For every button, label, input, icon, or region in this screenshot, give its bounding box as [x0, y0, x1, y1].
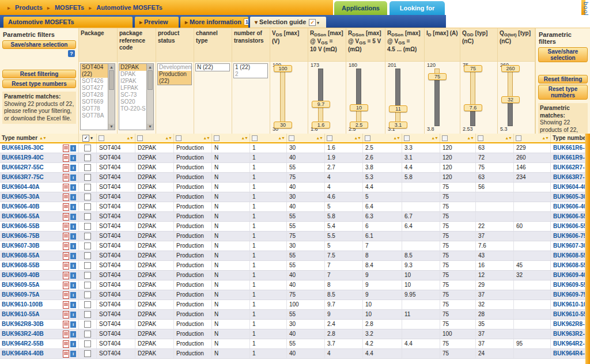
info-icon[interactable]: i — [70, 331, 76, 338]
scroll-up-icon[interactable]: ▲ — [108, 65, 115, 70]
row-checkbox[interactable] — [84, 311, 91, 318]
select-all-dropdown-icon[interactable]: ▾ — [90, 136, 93, 141]
row-checkbox[interactable] — [84, 213, 91, 220]
row-checkbox[interactable] — [84, 321, 91, 328]
pdf-icon[interactable] — [63, 164, 69, 172]
vertical-scrollbar[interactable] — [585, 134, 590, 364]
tab-automotive-mosfets[interactable]: Automotive MOSFETs — [3, 17, 133, 28]
column-filter-icon[interactable] — [252, 135, 258, 141]
type-number-link[interactable]: BUK661R6-30C — [553, 145, 585, 151]
filter-option[interactable]: LFPAK — [119, 85, 147, 92]
row-checkbox[interactable] — [84, 184, 91, 191]
info-icon[interactable]: i — [70, 155, 76, 161]
pdf-icon[interactable] — [63, 194, 69, 201]
filter-option[interactable]: SOT404 (22) — [81, 64, 108, 78]
slider-handle[interactable]: 2.5 — [350, 122, 368, 128]
filter-option[interactable]: D2PAK — [119, 64, 147, 71]
info-icon[interactable]: i — [70, 302, 76, 308]
type-number-link[interactable]: BUK662R7-55C — [2, 163, 44, 172]
sort-icons[interactable]: ▲▼ — [316, 136, 323, 140]
row-checkbox[interactable] — [84, 331, 91, 338]
scroll-down-icon[interactable]: ▼ — [108, 124, 115, 129]
pdf-icon[interactable] — [63, 145, 69, 152]
type-number-link[interactable]: BUK9608-55B — [553, 262, 585, 268]
sort-icons[interactable]: ▲▼ — [505, 136, 512, 140]
info-icon[interactable]: i — [70, 341, 76, 347]
pdf-icon[interactable] — [63, 350, 69, 358]
type-number-link[interactable]: BUK9606-55A — [553, 213, 585, 219]
info-icon[interactable]: i — [70, 184, 76, 191]
tab-more-information[interactable]: ▸More information1 — [180, 17, 248, 28]
pdf-icon[interactable] — [63, 291, 69, 299]
info-icon[interactable]: i — [70, 312, 76, 318]
pdf-icon[interactable] — [63, 213, 69, 221]
row-checkbox[interactable] — [84, 340, 91, 347]
type-number-link[interactable]: BUK662R7-55C — [553, 164, 585, 170]
filter-option[interactable]: I2PAK — [119, 78, 147, 85]
filter-option[interactable]: Production (22) — [158, 71, 191, 85]
info-icon[interactable]: i — [70, 223, 76, 230]
pdf-icon[interactable] — [63, 321, 69, 328]
pdf-icon[interactable] — [63, 340, 69, 348]
info-icon[interactable]: i — [70, 214, 76, 220]
column-filter-icon[interactable] — [99, 135, 104, 141]
type-number-link[interactable]: BUK663R7-75C — [553, 174, 585, 180]
slider-handle[interactable]: 32 — [501, 96, 520, 103]
pdf-icon[interactable] — [63, 184, 69, 191]
sort-icons[interactable]: ▲▼ — [126, 136, 133, 140]
info-icon[interactable]: i — [70, 263, 76, 269]
column-filter-icon[interactable] — [176, 135, 181, 141]
row-checkbox[interactable] — [84, 242, 91, 249]
applications-tab[interactable]: Applications — [334, 1, 387, 15]
pdf-icon[interactable] — [63, 242, 69, 250]
filter-option[interactable]: SOT669 — [81, 98, 108, 105]
row-checkbox[interactable] — [84, 272, 91, 279]
row-checkbox[interactable] — [84, 301, 91, 308]
info-icon[interactable]: i — [70, 204, 76, 210]
info-icon[interactable]: i — [70, 351, 76, 357]
type-number-link[interactable]: BUK9605-30A — [553, 194, 585, 200]
row-checkbox[interactable] — [84, 164, 91, 171]
row-checkbox[interactable] — [84, 252, 91, 259]
pdf-icon[interactable] — [63, 262, 69, 270]
filter-option[interactable]: SOT426 — [81, 78, 108, 85]
filter-option[interactable]: TO-220-S — [119, 105, 147, 112]
breadcrumb-item-mosfets[interactable]: MOSFETs — [55, 4, 84, 11]
column-filter-icon[interactable] — [478, 135, 483, 141]
type-number-link[interactable]: BUK9609-55A — [553, 282, 585, 288]
row-checkbox[interactable] — [84, 291, 91, 298]
info-icon[interactable]: i — [70, 194, 76, 200]
tab-preview[interactable]: ▸Preview — [135, 17, 179, 28]
sort-icons[interactable]: ▲▼ — [203, 136, 210, 140]
type-number-link[interactable]: BUK962R8-30B — [553, 321, 585, 327]
type-number-link[interactable]: BUK964R4-40B — [553, 350, 585, 357]
breadcrumb-item-products[interactable]: Products — [15, 4, 43, 11]
column-filter-icon[interactable] — [289, 135, 294, 141]
listbox-scrollbar[interactable]: ▲▼ — [108, 64, 115, 130]
row-checkbox[interactable] — [84, 145, 91, 151]
type-number-link[interactable]: BUK9606-55A — [2, 212, 40, 221]
looking-for-tab[interactable]: Looking for — [389, 1, 445, 15]
type-number-link[interactable]: BUK9606-40B — [553, 203, 585, 210]
info-icon[interactable]: i — [70, 253, 76, 259]
info-icon[interactable]: i — [70, 272, 76, 279]
type-number-link[interactable]: BUK9610-100B — [553, 301, 585, 308]
sort-icons[interactable]: ▲▼ — [467, 136, 474, 140]
filter-option[interactable]: N (22) — [196, 64, 229, 71]
pdf-icon[interactable] — [63, 174, 69, 181]
type-number-link[interactable]: BUK9609-75A — [553, 291, 585, 298]
row-checkbox[interactable] — [84, 194, 91, 200]
pdf-icon[interactable] — [63, 311, 69, 318]
reset-filtering-button[interactable]: Reset filtering — [538, 75, 588, 84]
slider-handle[interactable]: 3.1 — [389, 122, 407, 128]
save-share-selection-button[interactable]: Save/share selection — [2, 40, 76, 49]
type-number-link[interactable]: BUK9606-40B — [2, 202, 40, 211]
row-checkbox[interactable] — [84, 174, 91, 181]
sort-icons[interactable]: ▲▼ — [393, 136, 400, 140]
type-number-link[interactable]: BUK9607-30B — [553, 242, 585, 249]
row-checkbox[interactable] — [84, 262, 91, 269]
info-icon[interactable]: i — [70, 175, 76, 181]
sort-icons[interactable]: ▲▼ — [165, 136, 172, 140]
type-number-link[interactable]: BUK9605-30A — [2, 192, 40, 202]
help-icon[interactable]: ? — [68, 50, 75, 57]
